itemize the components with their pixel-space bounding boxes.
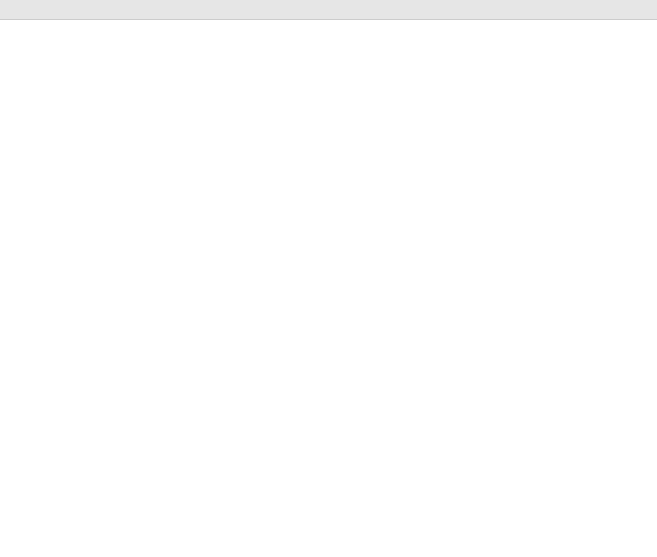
spreadsheet xyxy=(0,0,657,557)
column-headers xyxy=(0,0,657,20)
